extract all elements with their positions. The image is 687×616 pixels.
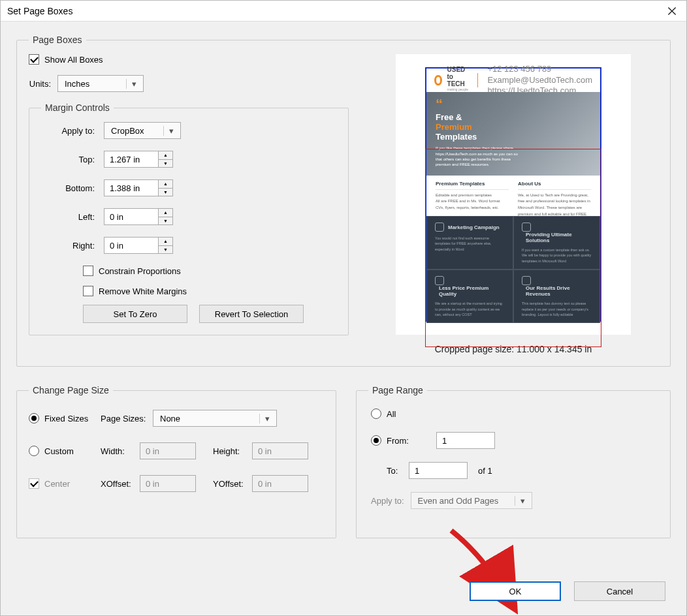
right-label: Right: bbox=[41, 241, 104, 251]
height-value: 0 in bbox=[258, 446, 272, 456]
change-page-size-legend: Change Page Size bbox=[29, 385, 113, 395]
radio-icon bbox=[371, 408, 381, 419]
custom-radio[interactable]: Custom bbox=[29, 446, 101, 456]
all-label: All bbox=[387, 409, 396, 419]
contact-phone: +12 123 456 789 bbox=[487, 64, 592, 75]
bottom-value[interactable]: 1.388 in bbox=[104, 180, 158, 196]
constrain-proportions-checkbox[interactable]: Constrain Proportions bbox=[83, 266, 181, 276]
show-all-boxes-label: Show All Boxes bbox=[44, 55, 103, 65]
remove-white-margins-checkbox[interactable]: Remove White Margins bbox=[83, 286, 187, 296]
top-spinner[interactable]: 1.267 in ▲▼ bbox=[104, 151, 173, 168]
hero-title: Free & Premium Templates bbox=[436, 112, 591, 142]
width-label: Width: bbox=[101, 446, 140, 456]
xoffset-value: 0 in bbox=[146, 479, 159, 489]
width-value: 0 in bbox=[146, 446, 159, 456]
from-label: From: bbox=[387, 436, 409, 446]
remove-white-label: Remove White Margins bbox=[99, 286, 187, 296]
spin-down-icon[interactable]: ▼ bbox=[159, 217, 172, 225]
to-value: 1 bbox=[415, 466, 419, 476]
fixed-sizes-label: Fixed Sizes bbox=[44, 414, 88, 424]
from-input[interactable]: 1 bbox=[436, 432, 495, 449]
page-boxes-legend: Page Boxes bbox=[29, 35, 86, 45]
range-apply-to-value: Even and Odd Pages bbox=[418, 496, 499, 506]
revert-label: Revert To Selection bbox=[215, 309, 289, 319]
apply-to-select[interactable]: CropBox ▾ bbox=[104, 122, 181, 139]
radio-icon bbox=[29, 446, 39, 456]
set-to-zero-label: Set To Zero bbox=[114, 309, 157, 319]
spin-up-icon[interactable]: ▲ bbox=[159, 180, 172, 188]
from-value: 1 bbox=[442, 436, 447, 446]
brand-logo-icon bbox=[434, 75, 442, 85]
margin-controls-group: Margin Controls Apply to: CropBox ▾ Top: bbox=[29, 102, 349, 335]
chevron-down-icon: ▾ bbox=[515, 496, 528, 506]
page-sizes-select[interactable]: None ▾ bbox=[153, 410, 277, 427]
checkbox-icon bbox=[83, 286, 93, 296]
dialog-window: Set Page Boxes Page Boxes Show All Boxes… bbox=[0, 0, 687, 616]
page-range-legend: Page Range bbox=[368, 385, 427, 395]
spin-up-icon[interactable]: ▲ bbox=[159, 238, 172, 245]
revert-to-selection-button[interactable]: Revert To Selection bbox=[199, 305, 304, 323]
bottom-label: Bottom: bbox=[41, 183, 104, 193]
yoffset-label: YOffset: bbox=[213, 479, 252, 489]
fixed-sizes-radio[interactable]: Fixed Sizes bbox=[29, 413, 101, 424]
xoffset-label: XOffset: bbox=[101, 479, 140, 489]
right-value[interactable]: 0 in bbox=[104, 238, 158, 253]
constrain-label: Constrain Proportions bbox=[99, 266, 181, 276]
radio-icon bbox=[29, 413, 39, 424]
ok-button[interactable]: OK bbox=[470, 581, 561, 601]
spin-down-icon[interactable]: ▼ bbox=[159, 188, 172, 196]
width-input: 0 in bbox=[140, 442, 196, 459]
set-to-zero-button[interactable]: Set To Zero bbox=[83, 305, 187, 323]
bottom-spinner[interactable]: 1.388 in ▲▼ bbox=[104, 179, 173, 196]
contact-email: Example@UsedtoTech.com bbox=[487, 75, 592, 86]
units-value: Inches bbox=[65, 79, 89, 89]
top-value[interactable]: 1.267 in bbox=[104, 151, 158, 167]
spin-down-icon[interactable]: ▼ bbox=[159, 159, 172, 168]
page-sizes-label: Page Sizes: bbox=[101, 414, 153, 424]
close-button[interactable] bbox=[658, 1, 686, 22]
spin-up-icon[interactable]: ▲ bbox=[159, 209, 172, 217]
left-spinner[interactable]: 0 in ▲▼ bbox=[104, 208, 173, 225]
ok-label: OK bbox=[509, 587, 522, 596]
spin-up-icon[interactable]: ▲ bbox=[159, 151, 172, 159]
quote-icon: “ bbox=[436, 100, 591, 108]
radio-icon bbox=[371, 435, 381, 446]
units-select[interactable]: Inches ▾ bbox=[57, 75, 144, 92]
center-label: Center bbox=[44, 479, 70, 489]
yoffset-value: 0 in bbox=[258, 479, 272, 489]
chevron-down-icon: ▾ bbox=[163, 126, 176, 136]
apply-to-label: Apply to: bbox=[41, 126, 104, 136]
right-spinner[interactable]: 0 in ▲▼ bbox=[104, 237, 173, 254]
change-page-size-group: Change Page Size Fixed Sizes Page Sizes:… bbox=[16, 385, 336, 538]
window-title: Set Page Boxes bbox=[7, 6, 72, 16]
height-input: 0 in bbox=[252, 442, 308, 459]
hero-l2: Premium bbox=[436, 122, 472, 132]
xoffset-input: 0 in bbox=[140, 475, 196, 492]
show-all-boxes-checkbox[interactable]: Show All Boxes bbox=[29, 54, 103, 65]
preview-cropbox bbox=[425, 149, 601, 347]
all-pages-radio[interactable]: All bbox=[371, 408, 396, 419]
custom-label: Custom bbox=[44, 446, 74, 456]
left-label: Left: bbox=[41, 212, 104, 222]
page-sizes-value: None bbox=[160, 414, 180, 424]
hero-l3: Templates bbox=[436, 132, 477, 142]
margin-controls-legend: Margin Controls bbox=[41, 102, 114, 113]
chevron-down-icon: ▾ bbox=[126, 79, 139, 89]
divider bbox=[477, 73, 478, 87]
page-preview: USED to TECH making people smart work +1… bbox=[396, 54, 631, 335]
from-radio[interactable]: From: bbox=[371, 435, 436, 446]
range-apply-to-select: Even and Odd Pages ▾ bbox=[411, 492, 532, 509]
cancel-button[interactable]: Cancel bbox=[574, 581, 665, 601]
chevron-down-icon: ▾ bbox=[259, 414, 272, 424]
center-checkbox: Center bbox=[29, 478, 101, 489]
of-total-label: of 1 bbox=[478, 466, 492, 476]
client-area: Page Boxes Show All Boxes Units: Inches bbox=[1, 22, 686, 615]
checkbox-icon bbox=[83, 266, 93, 276]
left-value[interactable]: 0 in bbox=[104, 209, 158, 224]
to-input[interactable]: 1 bbox=[409, 462, 468, 479]
apply-to-value: CropBox bbox=[111, 126, 144, 136]
cancel-label: Cancel bbox=[607, 587, 633, 596]
page-boxes-group: Page Boxes Show All Boxes Units: Inches bbox=[16, 35, 671, 367]
spin-down-icon[interactable]: ▼ bbox=[159, 245, 172, 254]
brand-name: USED to TECH bbox=[447, 66, 473, 87]
